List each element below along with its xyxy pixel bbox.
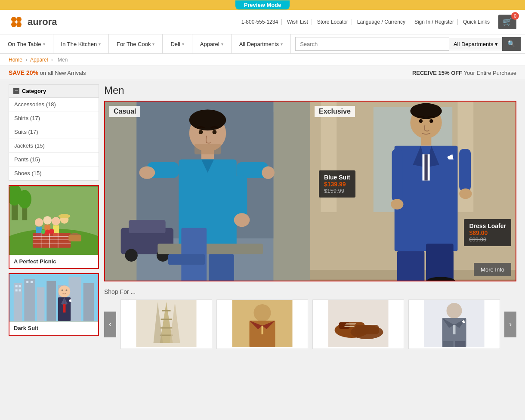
svg-point-114 (459, 188, 472, 199)
blue-suit-name: Blue Suit (324, 174, 350, 181)
svg-point-116 (419, 119, 423, 123)
featured-casual[interactable]: Casual (105, 102, 310, 281)
shop-item-suits[interactable] (408, 300, 500, 349)
svg-rect-102 (421, 137, 431, 147)
svg-point-84 (213, 130, 217, 134)
svg-point-46 (59, 286, 70, 297)
svg-rect-44 (26, 281, 28, 283)
svg-point-1 (16, 17, 22, 22)
picnic-promo-label: A Perfect Picnic (9, 255, 98, 268)
page-title: Men (104, 84, 516, 96)
blue-suit-tag: Blue Suit $139.99 $159.99 (319, 170, 355, 198)
svg-rect-109 (397, 251, 425, 281)
svg-rect-111 (392, 149, 402, 201)
logo[interactable]: aurora (9, 14, 57, 30)
exclusive-label: Exclusive (315, 106, 355, 117)
breadcrumb-sep2: › (51, 57, 53, 63)
category-accessories[interactable]: Accessories (18) (9, 98, 99, 111)
loafer-price: $89.00 (469, 229, 506, 236)
jacket-image (217, 300, 308, 347)
category-jackets[interactable]: Jackets (15) (9, 139, 99, 153)
svg-point-0 (11, 17, 16, 22)
collapse-icon[interactable]: − (13, 88, 19, 94)
nav-in-the-kitchen[interactable]: In The Kitchen (53, 34, 109, 53)
shop-item-ties[interactable] (120, 300, 212, 349)
svg-rect-162 (443, 341, 454, 347)
nav-all-departments[interactable]: All Departments (232, 34, 291, 53)
loafer-tag: Dress Loafer $89.00 $99.00 (464, 219, 511, 246)
quick-links-link[interactable]: Quick Links (460, 19, 493, 25)
category-pants[interactable]: Pants (15) (9, 153, 99, 167)
logo-icon (9, 14, 24, 30)
svg-rect-66 (129, 220, 166, 233)
svg-point-78 (139, 167, 155, 179)
sign-in-link[interactable]: Sign In / Register (411, 19, 458, 25)
category-list: Accessories (18) Shirts (17) Suits (17) … (9, 98, 99, 180)
carousel-next-button[interactable]: › (504, 312, 516, 337)
casual-image (105, 102, 310, 281)
svg-rect-154 (355, 325, 379, 334)
svg-rect-28 (68, 235, 81, 241)
svg-point-112 (391, 199, 403, 209)
shop-for-grid: ‹ (104, 300, 516, 349)
shop-item-jackets[interactable] (216, 300, 308, 349)
picnic-svg (9, 186, 98, 255)
preview-label: Preview Mode (235, 0, 290, 9)
nav-search-area: All Departments ▾ 🔍 (291, 34, 525, 53)
breadcrumb-sep1: › (25, 57, 27, 63)
featured-exclusive[interactable]: Exclusive Blue Suit $139.99 $159.99 Dres… (310, 102, 516, 281)
nav-deli[interactable]: Deli (163, 34, 192, 53)
promo-right-text: Your Entire Purchase (464, 70, 516, 76)
nav-bar: On The Table In The Kitchen For The Cook… (0, 34, 525, 54)
category-header: − Category (9, 85, 99, 98)
svg-rect-160 (453, 325, 456, 334)
nav-apparel[interactable]: Apparel (192, 34, 232, 53)
more-info-button[interactable]: More Info (474, 263, 511, 276)
shop-for-title: Shop For ... (104, 288, 516, 295)
svg-point-156 (447, 303, 462, 318)
svg-rect-45 (31, 281, 33, 283)
wish-list-link[interactable]: Wish List (284, 19, 312, 25)
search-button[interactable]: 🔍 (502, 37, 521, 51)
svg-rect-42 (15, 289, 18, 291)
category-shirts[interactable]: Shirts (17) (9, 111, 99, 125)
language-currency-link[interactable]: Language / Currency (354, 19, 409, 25)
promo-bar: SAVE 20% on all New Arrivals RECEIVE 15%… (0, 66, 525, 80)
store-locator-link[interactable]: Store Locator (314, 19, 352, 25)
nav-on-the-table[interactable]: On The Table (0, 34, 53, 53)
blue-suit-orig: $159.99 (324, 188, 350, 194)
picnic-promo-image (9, 186, 98, 255)
svg-rect-163 (455, 341, 466, 347)
breadcrumb-home[interactable]: Home (9, 57, 22, 63)
category-suits[interactable]: Suits (17) (9, 125, 99, 139)
svg-rect-145 (262, 326, 263, 334)
svg-point-12 (43, 216, 52, 225)
dark-suit-promo[interactable]: Dark Suit (9, 273, 99, 336)
promo-right-bold: RECEIVE 15% OFF (412, 70, 462, 76)
category-shoes[interactable]: Shoes (15) (9, 167, 99, 180)
category-section: − Category Accessories (18) Shirts (17) … (9, 84, 99, 181)
dark-suit-promo-label: Dark Suit (9, 321, 98, 335)
svg-rect-41 (19, 285, 21, 287)
breadcrumb: Home › Apparel › Men (0, 54, 525, 66)
svg-point-14 (52, 217, 60, 225)
svg-point-70 (189, 109, 226, 130)
svg-rect-57 (273, 102, 310, 281)
sidebar: − Category Accessories (18) Shirts (17) … (9, 84, 99, 349)
suit-image (409, 300, 500, 347)
picnic-promo[interactable]: A Perfect Picnic (9, 185, 99, 269)
search-dept-dropdown[interactable]: All Departments ▾ (449, 38, 502, 50)
shop-item-shoes[interactable] (312, 300, 404, 349)
search-input[interactable] (295, 37, 449, 51)
breadcrumb-apparel[interactable]: Apparel (30, 57, 48, 63)
cart-button[interactable]: 🛒 0 (498, 15, 516, 29)
svg-rect-113 (459, 149, 471, 191)
svg-point-117 (429, 119, 433, 123)
svg-rect-87 (168, 254, 205, 265)
svg-rect-36 (46, 281, 56, 321)
nav-for-the-cook[interactable]: For The Cook (109, 34, 163, 53)
ties-image (121, 300, 212, 347)
svg-point-81 (234, 213, 250, 227)
shop-for-section: Shop For ... ‹ (104, 288, 516, 349)
carousel-prev-button[interactable]: ‹ (104, 312, 116, 337)
